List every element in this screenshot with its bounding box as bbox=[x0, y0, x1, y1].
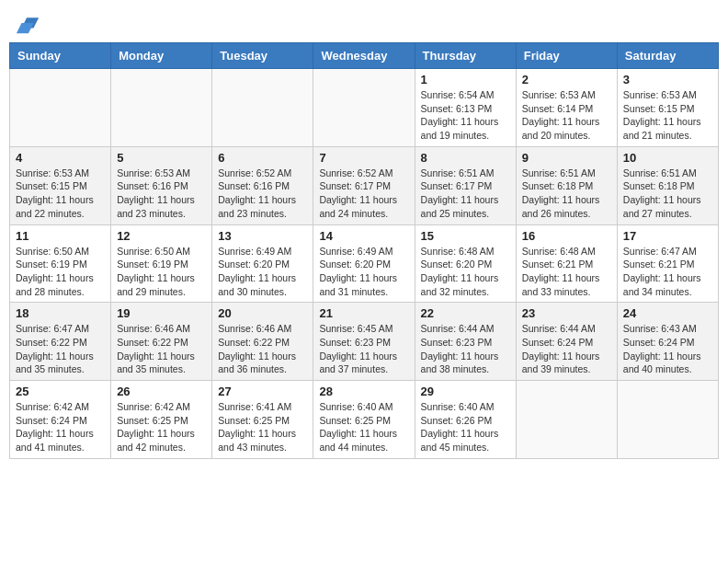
column-header-tuesday: Tuesday bbox=[212, 43, 313, 69]
calendar-cell: 17Sunrise: 6:47 AMSunset: 6:21 PMDayligh… bbox=[617, 224, 718, 303]
calendar-cell bbox=[516, 381, 617, 459]
logo bbox=[13, 9, 40, 35]
calendar-cell: 15Sunrise: 6:48 AMSunset: 6:20 PMDayligh… bbox=[415, 224, 516, 303]
day-info: Sunrise: 6:49 AMSunset: 6:20 PMDaylight:… bbox=[218, 245, 307, 299]
column-header-friday: Friday bbox=[516, 43, 617, 69]
calendar-cell bbox=[313, 69, 415, 147]
day-info: Sunrise: 6:51 AMSunset: 6:18 PMDaylight:… bbox=[623, 167, 712, 221]
column-header-saturday: Saturday bbox=[617, 43, 718, 69]
calendar-cell: 24Sunrise: 6:43 AMSunset: 6:24 PMDayligh… bbox=[617, 303, 718, 381]
day-number: 23 bbox=[522, 306, 611, 320]
logo-icon bbox=[15, 9, 40, 35]
day-number: 17 bbox=[623, 229, 712, 243]
day-number: 6 bbox=[218, 151, 307, 165]
column-header-sunday: Sunday bbox=[10, 43, 111, 69]
day-info: Sunrise: 6:52 AMSunset: 6:17 PMDaylight:… bbox=[319, 167, 408, 221]
calendar-cell: 8Sunrise: 6:51 AMSunset: 6:17 PMDaylight… bbox=[415, 146, 516, 224]
day-number: 11 bbox=[16, 229, 105, 243]
calendar-cell: 21Sunrise: 6:45 AMSunset: 6:23 PMDayligh… bbox=[313, 303, 415, 381]
day-info: Sunrise: 6:48 AMSunset: 6:20 PMDaylight:… bbox=[421, 245, 510, 299]
calendar-cell: 13Sunrise: 6:49 AMSunset: 6:20 PMDayligh… bbox=[212, 224, 313, 303]
day-number: 29 bbox=[421, 385, 510, 398]
day-number: 2 bbox=[522, 73, 611, 86]
day-info: Sunrise: 6:48 AMSunset: 6:21 PMDaylight:… bbox=[522, 245, 611, 299]
day-info: Sunrise: 6:45 AMSunset: 6:23 PMDaylight:… bbox=[319, 322, 408, 376]
day-number: 14 bbox=[319, 229, 408, 243]
day-info: Sunrise: 6:53 AMSunset: 6:15 PMDaylight:… bbox=[16, 167, 105, 221]
calendar-cell: 1Sunrise: 6:54 AMSunset: 6:13 PMDaylight… bbox=[415, 69, 516, 147]
day-number: 27 bbox=[218, 385, 307, 398]
day-number: 24 bbox=[623, 306, 712, 320]
calendar-cell: 11Sunrise: 6:50 AMSunset: 6:19 PMDayligh… bbox=[10, 224, 111, 303]
calendar-cell: 29Sunrise: 6:40 AMSunset: 6:26 PMDayligh… bbox=[415, 381, 516, 459]
calendar-week-row: 18Sunrise: 6:47 AMSunset: 6:22 PMDayligh… bbox=[10, 303, 719, 381]
day-info: Sunrise: 6:46 AMSunset: 6:22 PMDaylight:… bbox=[218, 322, 307, 376]
calendar-week-row: 25Sunrise: 6:42 AMSunset: 6:24 PMDayligh… bbox=[10, 381, 719, 459]
day-number: 20 bbox=[218, 306, 307, 320]
day-number: 16 bbox=[522, 229, 611, 243]
day-info: Sunrise: 6:43 AMSunset: 6:24 PMDaylight:… bbox=[623, 322, 712, 376]
day-number: 19 bbox=[117, 306, 206, 320]
calendar-cell bbox=[111, 69, 212, 147]
day-info: Sunrise: 6:50 AMSunset: 6:19 PMDaylight:… bbox=[117, 245, 206, 299]
day-info: Sunrise: 6:42 AMSunset: 6:25 PMDaylight:… bbox=[117, 400, 206, 454]
day-info: Sunrise: 6:49 AMSunset: 6:20 PMDaylight:… bbox=[319, 245, 408, 299]
day-info: Sunrise: 6:46 AMSunset: 6:22 PMDaylight:… bbox=[117, 322, 206, 376]
calendar-cell: 16Sunrise: 6:48 AMSunset: 6:21 PMDayligh… bbox=[516, 224, 617, 303]
day-number: 25 bbox=[16, 385, 105, 398]
calendar-cell: 19Sunrise: 6:46 AMSunset: 6:22 PMDayligh… bbox=[111, 303, 212, 381]
day-info: Sunrise: 6:47 AMSunset: 6:22 PMDaylight:… bbox=[16, 322, 105, 376]
day-number: 5 bbox=[117, 151, 206, 165]
day-number: 18 bbox=[16, 306, 105, 320]
calendar-cell: 22Sunrise: 6:44 AMSunset: 6:23 PMDayligh… bbox=[415, 303, 516, 381]
calendar-cell: 27Sunrise: 6:41 AMSunset: 6:25 PMDayligh… bbox=[212, 381, 313, 459]
day-number: 26 bbox=[117, 385, 206, 398]
calendar-cell bbox=[212, 69, 313, 147]
day-number: 7 bbox=[319, 151, 408, 165]
calendar-cell: 12Sunrise: 6:50 AMSunset: 6:19 PMDayligh… bbox=[111, 224, 212, 303]
day-number: 3 bbox=[623, 73, 712, 86]
day-number: 4 bbox=[16, 151, 105, 165]
day-number: 15 bbox=[421, 229, 510, 243]
calendar-week-row: 1Sunrise: 6:54 AMSunset: 6:13 PMDaylight… bbox=[10, 69, 719, 147]
day-info: Sunrise: 6:44 AMSunset: 6:23 PMDaylight:… bbox=[421, 322, 510, 376]
calendar-cell: 23Sunrise: 6:44 AMSunset: 6:24 PMDayligh… bbox=[516, 303, 617, 381]
calendar-week-row: 11Sunrise: 6:50 AMSunset: 6:19 PMDayligh… bbox=[10, 224, 719, 303]
calendar-cell: 3Sunrise: 6:53 AMSunset: 6:15 PMDaylight… bbox=[617, 69, 718, 147]
calendar-cell bbox=[10, 69, 111, 147]
calendar-cell: 10Sunrise: 6:51 AMSunset: 6:18 PMDayligh… bbox=[617, 146, 718, 224]
day-number: 22 bbox=[421, 306, 510, 320]
calendar-body: 1Sunrise: 6:54 AMSunset: 6:13 PMDaylight… bbox=[10, 69, 719, 459]
day-info: Sunrise: 6:40 AMSunset: 6:26 PMDaylight:… bbox=[421, 400, 510, 454]
calendar-week-row: 4Sunrise: 6:53 AMSunset: 6:15 PMDaylight… bbox=[10, 146, 719, 224]
calendar-cell: 7Sunrise: 6:52 AMSunset: 6:17 PMDaylight… bbox=[313, 146, 415, 224]
calendar-cell: 6Sunrise: 6:52 AMSunset: 6:16 PMDaylight… bbox=[212, 146, 313, 224]
day-info: Sunrise: 6:50 AMSunset: 6:19 PMDaylight:… bbox=[16, 245, 105, 299]
calendar-cell: 2Sunrise: 6:53 AMSunset: 6:14 PMDaylight… bbox=[516, 69, 617, 147]
day-number: 9 bbox=[522, 151, 611, 165]
day-number: 28 bbox=[319, 385, 408, 398]
page-header bbox=[9, 9, 719, 35]
day-info: Sunrise: 6:47 AMSunset: 6:21 PMDaylight:… bbox=[623, 245, 712, 299]
day-number: 1 bbox=[421, 73, 510, 86]
day-info: Sunrise: 6:53 AMSunset: 6:16 PMDaylight:… bbox=[117, 167, 206, 221]
calendar-cell: 14Sunrise: 6:49 AMSunset: 6:20 PMDayligh… bbox=[313, 224, 415, 303]
day-info: Sunrise: 6:40 AMSunset: 6:25 PMDaylight:… bbox=[319, 400, 408, 454]
day-number: 8 bbox=[421, 151, 510, 165]
day-info: Sunrise: 6:51 AMSunset: 6:17 PMDaylight:… bbox=[421, 167, 510, 221]
calendar-cell: 20Sunrise: 6:46 AMSunset: 6:22 PMDayligh… bbox=[212, 303, 313, 381]
day-info: Sunrise: 6:53 AMSunset: 6:14 PMDaylight:… bbox=[522, 88, 611, 143]
day-info: Sunrise: 6:51 AMSunset: 6:18 PMDaylight:… bbox=[522, 167, 611, 221]
calendar-cell: 9Sunrise: 6:51 AMSunset: 6:18 PMDaylight… bbox=[516, 146, 617, 224]
day-info: Sunrise: 6:52 AMSunset: 6:16 PMDaylight:… bbox=[218, 167, 307, 221]
day-number: 13 bbox=[218, 229, 307, 243]
calendar-cell bbox=[617, 381, 718, 459]
calendar-cell: 4Sunrise: 6:53 AMSunset: 6:15 PMDaylight… bbox=[10, 146, 111, 224]
day-info: Sunrise: 6:54 AMSunset: 6:13 PMDaylight:… bbox=[421, 88, 510, 143]
day-info: Sunrise: 6:44 AMSunset: 6:24 PMDaylight:… bbox=[522, 322, 611, 376]
calendar-cell: 18Sunrise: 6:47 AMSunset: 6:22 PMDayligh… bbox=[10, 303, 111, 381]
calendar-table: SundayMondayTuesdayWednesdayThursdayFrid… bbox=[9, 42, 719, 459]
column-header-wednesday: Wednesday bbox=[313, 43, 415, 69]
calendar-cell: 5Sunrise: 6:53 AMSunset: 6:16 PMDaylight… bbox=[111, 146, 212, 224]
day-info: Sunrise: 6:53 AMSunset: 6:15 PMDaylight:… bbox=[623, 88, 712, 143]
